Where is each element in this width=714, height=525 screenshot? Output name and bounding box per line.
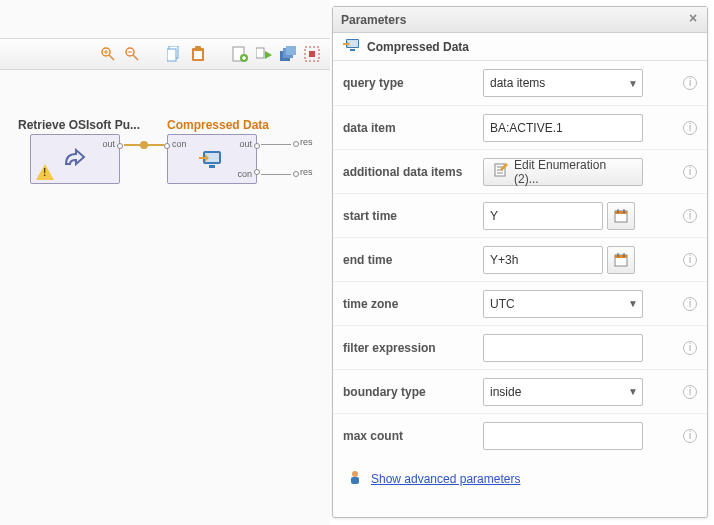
label-query-type: query type [343,76,483,90]
paste-icon[interactable] [190,46,206,62]
svg-line-5 [133,55,138,60]
node-title-compressed: Compressed Data [167,118,269,132]
calendar-button-start[interactable] [607,202,635,230]
port-out-dot[interactable] [117,143,123,149]
ext-port-res1-dot[interactable] [293,141,299,147]
close-icon[interactable]: × [685,11,701,27]
link2a [261,144,291,145]
link2b [261,174,291,175]
row-time-zone: time zone UTC ▼ i [333,281,707,325]
row-filter-expression: filter expression i [333,325,707,369]
svg-rect-37 [615,211,627,214]
row-max-count: max count i [333,413,707,457]
ext-port-res1: res [300,137,313,147]
port-out-label: out [239,139,252,149]
edit-enumeration-button[interactable]: Edit Enumeration (2)... [483,158,643,186]
monitor-arrow-icon [199,146,225,172]
ext-port-res2-dot[interactable] [293,171,299,177]
panel-subheader: Compressed Data [333,33,707,61]
svg-rect-10 [195,46,201,50]
svg-rect-16 [256,48,264,58]
select-query-type[interactable]: data items ▼ [483,69,643,97]
parameters-panel: Parameters × Compressed Data query type … [332,6,708,518]
label-additional: additional data items [343,165,483,179]
info-icon[interactable]: i [683,297,697,311]
svg-rect-45 [351,477,359,484]
node-title-retrieve: Retrieve OSIsoft Pu... [18,118,140,132]
info-icon[interactable]: i [683,76,697,90]
label-boundary-type: boundary type [343,385,483,399]
input-filter-expression[interactable] [483,334,643,362]
node-compressed-data[interactable]: con out con [167,134,257,184]
info-icon[interactable]: i [683,253,697,267]
advanced-params-row: Show advanced parameters [333,457,707,500]
port-con2-dot[interactable] [254,169,260,175]
info-icon[interactable]: i [683,209,697,223]
zoom-out-icon[interactable] [124,46,140,62]
fit-all-icon[interactable] [304,46,320,62]
info-icon[interactable]: i [683,165,697,179]
input-data-item[interactable] [483,114,643,142]
ext-port-res2: res [300,167,313,177]
svg-line-1 [109,55,114,60]
panel-title: Parameters [341,13,406,27]
person-icon [347,469,363,488]
redo-arrow-icon [62,146,88,172]
svg-rect-20 [286,46,296,55]
edit-enumeration-label: Edit Enumeration (2)... [514,158,632,186]
add-node-icon[interactable] [232,46,248,62]
info-icon[interactable]: i [683,429,697,443]
select-time-zone[interactable]: UTC ▼ [483,290,643,318]
chevron-down-icon: ▼ [628,78,638,89]
run-icon[interactable] [256,46,272,62]
node-retrieve-osisoft[interactable]: out [30,134,120,184]
label-max-count: max count [343,429,483,443]
svg-rect-11 [194,51,202,59]
svg-point-44 [352,471,358,477]
label-end-time: end time [343,253,483,267]
row-additional-data-items: additional data items Edit Enumeration (… [333,149,707,193]
zoom-in-icon[interactable] [100,46,116,62]
svg-rect-41 [615,255,627,258]
workflow-canvas[interactable]: Retrieve OSIsoft Pu... out Compressed Da… [0,70,330,525]
calendar-icon [614,253,628,267]
select-boundary-type[interactable]: inside ▼ [483,378,643,406]
select-boundary-type-value: inside [490,385,521,399]
row-boundary-type: boundary type inside ▼ i [333,369,707,413]
port-con2-label: con [237,169,252,179]
port-out-label: out [102,139,115,149]
node-link-dot [140,141,148,149]
label-time-zone: time zone [343,297,483,311]
row-end-time: end time i [333,237,707,281]
show-advanced-link[interactable]: Show advanced parameters [371,472,520,486]
svg-rect-25 [209,165,215,168]
port-in-dot[interactable] [164,143,170,149]
copy-icon[interactable] [166,46,182,62]
warning-icon [36,164,54,180]
row-start-time: start time i [333,193,707,237]
stack-icon[interactable] [280,46,296,62]
input-start-time[interactable] [483,202,603,230]
select-query-type-value: data items [490,76,545,90]
port-in-label: con [172,139,187,149]
edit-list-icon [494,163,508,180]
calendar-icon [614,209,628,223]
workflow-canvas-area: Retrieve OSIsoft Pu... out Compressed Da… [0,0,330,525]
chevron-down-icon: ▼ [628,386,638,397]
info-icon[interactable]: i [683,385,697,399]
port-out-dot[interactable] [254,143,260,149]
input-max-count[interactable] [483,422,643,450]
select-time-zone-value: UTC [490,297,515,311]
panel-body: query type data items ▼ i data item i ad… [333,61,707,517]
info-icon[interactable]: i [683,121,697,135]
svg-rect-8 [167,49,176,61]
svg-marker-17 [265,51,272,59]
svg-rect-29 [350,49,355,51]
calendar-button-end[interactable] [607,246,635,274]
row-query-type: query type data items ▼ i [333,61,707,105]
label-data-item: data item [343,121,483,135]
chevron-down-icon: ▼ [628,298,638,309]
row-data-item: data item i [333,105,707,149]
info-icon[interactable]: i [683,341,697,355]
input-end-time[interactable] [483,246,603,274]
